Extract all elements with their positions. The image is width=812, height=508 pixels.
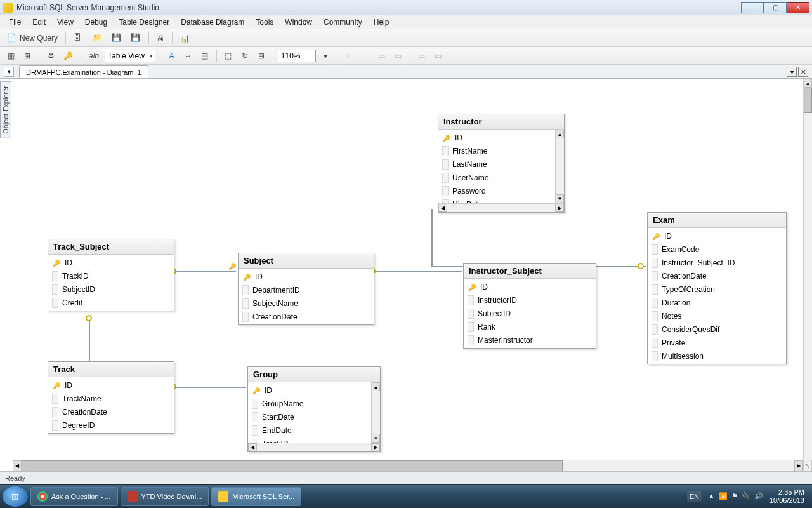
- table-row[interactable]: Notes: [648, 309, 786, 323]
- doc-tabs-dropdown[interactable]: ▾: [4, 67, 14, 77]
- diagram-autosize-button[interactable]: ↔: [181, 49, 195, 63]
- table-row[interactable]: ID: [48, 378, 174, 392]
- table-row[interactable]: ID: [248, 384, 371, 397]
- menu-edit[interactable]: Edit: [27, 17, 51, 28]
- table-row[interactable]: ExamCode: [648, 243, 786, 256]
- diagram-rel-button-1[interactable]: ⟂: [342, 49, 356, 63]
- doc-active-files-button[interactable]: ▾: [787, 67, 797, 77]
- taskbar-item-ssms[interactable]: Microsoft SQL Ser...: [211, 487, 301, 506]
- resize-grip-icon[interactable]: ⤡: [803, 460, 812, 471]
- taskbar-clock[interactable]: 2:35 PM 10/06/2013: [769, 488, 804, 504]
- table-row[interactable]: CreationDate: [648, 269, 786, 283]
- canvas-vscroll[interactable]: ▲: [803, 79, 812, 460]
- diagram-arrange-button[interactable]: ▤: [198, 49, 212, 63]
- diagram-recalc-button[interactable]: ↻: [238, 49, 252, 63]
- table-row[interactable]: Multisession: [648, 349, 786, 363]
- diagram-rel-button-3[interactable]: ▭: [375, 49, 389, 63]
- diagram-misc-button-2[interactable]: ▭: [431, 49, 445, 63]
- diagram-canvas[interactable]: 🔑 Instructor ID FirstName LastName UserN…: [13, 79, 803, 460]
- table-track-subject[interactable]: Track_Subject ID TrackID SubjectID Credi…: [48, 239, 174, 311]
- table-row[interactable]: SubjectName: [239, 297, 374, 310]
- table-row[interactable]: CreationDate: [48, 405, 174, 418]
- close-button[interactable]: ✕: [787, 2, 809, 13]
- diagram-rel-button-4[interactable]: ▭: [391, 49, 405, 63]
- menu-file[interactable]: File: [4, 17, 26, 28]
- inner-vscroll[interactable]: ▲▼: [371, 382, 380, 443]
- diagram-addtable-button[interactable]: ⊞: [20, 49, 34, 63]
- menu-debug[interactable]: Debug: [80, 17, 112, 28]
- table-row[interactable]: CreationDate: [239, 310, 374, 323]
- table-row[interactable]: TrackID: [48, 269, 174, 283]
- zoom-input[interactable]: 110%: [278, 50, 316, 62]
- new-query-button[interactable]: New Query: [4, 31, 61, 45]
- menu-help[interactable]: Help: [369, 17, 395, 28]
- menu-community[interactable]: Community: [318, 17, 367, 28]
- table-instructor[interactable]: Instructor ID FirstName LastName UserNam…: [438, 114, 565, 213]
- inner-vscroll[interactable]: ▲▼: [555, 130, 564, 203]
- table-row[interactable]: SubjectID: [464, 307, 596, 320]
- start-button[interactable]: ⊞: [3, 486, 28, 507]
- table-row[interactable]: Duration: [648, 296, 786, 309]
- diagram-newtable-button[interactable]: ▦: [4, 49, 18, 63]
- table-row[interactable]: FirstName: [438, 144, 555, 157]
- scroll-thumb[interactable]: [804, 88, 812, 113]
- toolbar-activity-button[interactable]: 📊: [177, 31, 193, 45]
- diagram-rel-button-2[interactable]: ⟂: [358, 49, 372, 63]
- inner-hscroll[interactable]: ◀▶: [438, 203, 564, 212]
- toolbar-db-button[interactable]: [70, 31, 87, 45]
- table-row[interactable]: DepartmentID: [239, 283, 374, 297]
- tray-power-icon[interactable]: 🔌: [742, 492, 750, 500]
- table-row[interactable]: TypeOfCreation: [648, 283, 786, 296]
- table-row[interactable]: ID: [648, 229, 786, 243]
- table-exam[interactable]: Exam ID ExamCode Instructor_Subject_ID C…: [647, 212, 787, 364]
- document-tab[interactable]: DRMAFPC.Examination - Diagram_1: [19, 65, 148, 78]
- diagram-misc-button-1[interactable]: ▭: [415, 49, 429, 63]
- doc-close-button[interactable]: ✕: [798, 67, 808, 77]
- diagram-alb-button[interactable]: alb: [86, 49, 102, 63]
- tray-action-icon[interactable]: ⚑: [731, 492, 738, 500]
- table-instructor-subject[interactable]: Instructor_Subject ID InstructorID Subje…: [463, 263, 596, 349]
- minimize-button[interactable]: —: [741, 2, 764, 13]
- diagram-pagebreak-button[interactable]: ⬚: [221, 49, 235, 63]
- object-explorer-tab[interactable]: Object Explorer: [0, 81, 11, 138]
- diagram-key-button[interactable]: 🔑: [60, 49, 76, 63]
- table-row[interactable]: ID: [464, 280, 596, 293]
- table-row[interactable]: UserName: [438, 171, 555, 184]
- table-row[interactable]: Private: [648, 336, 786, 349]
- table-row[interactable]: TrackName: [48, 392, 174, 405]
- scroll-left-icon[interactable]: ◀: [13, 460, 22, 471]
- menu-tools[interactable]: Tools: [251, 17, 278, 28]
- menu-window[interactable]: Window: [280, 17, 317, 28]
- menu-view[interactable]: View: [52, 17, 79, 28]
- menu-table-designer[interactable]: Table Designer: [114, 17, 174, 28]
- scroll-up-icon[interactable]: ▲: [804, 79, 812, 88]
- table-view-combo[interactable]: Table View: [105, 50, 155, 62]
- maximize-button[interactable]: ▢: [764, 2, 787, 13]
- diagram-generate-button[interactable]: ⚙: [44, 49, 58, 63]
- table-row[interactable]: StartDate: [248, 410, 371, 424]
- inner-hscroll[interactable]: ◀▶: [248, 443, 380, 451]
- table-row[interactable]: Password: [438, 184, 555, 197]
- table-row[interactable]: EndDate: [248, 424, 371, 437]
- table-row[interactable]: Credit: [48, 296, 174, 309]
- table-row[interactable]: ID: [438, 131, 555, 144]
- table-row[interactable]: ConsiderQuesDif: [648, 323, 786, 336]
- tray-flag-icon[interactable]: ▲: [708, 492, 715, 500]
- table-row[interactable]: SubjectID: [48, 283, 174, 296]
- tray-network-icon[interactable]: 📶: [719, 492, 728, 500]
- table-row[interactable]: Rank: [464, 320, 596, 333]
- table-track[interactable]: Track ID TrackName CreationDate DegreeID: [48, 361, 174, 434]
- scroll-right-icon[interactable]: ▶: [794, 460, 803, 471]
- tray-volume-icon[interactable]: 🔊: [754, 492, 763, 500]
- diagram-font-button[interactable]: A: [165, 49, 179, 63]
- zoom-dropdown-button[interactable]: ▾: [318, 49, 332, 63]
- scroll-thumb[interactable]: [22, 460, 563, 471]
- diagram-layout-button[interactable]: ⊟: [254, 49, 268, 63]
- toolbar-print-button[interactable]: 🖨: [154, 31, 167, 45]
- language-indicator[interactable]: EN: [687, 491, 702, 502]
- taskbar-item-ytd[interactable]: YTD Video Downl...: [121, 487, 209, 506]
- table-row[interactable]: MasterInstructor: [464, 333, 596, 347]
- table-row[interactable]: ID: [48, 256, 174, 269]
- table-group[interactable]: Group ID GroupName StartDate EndDate Tra…: [247, 366, 381, 452]
- table-row[interactable]: LastName: [438, 157, 555, 171]
